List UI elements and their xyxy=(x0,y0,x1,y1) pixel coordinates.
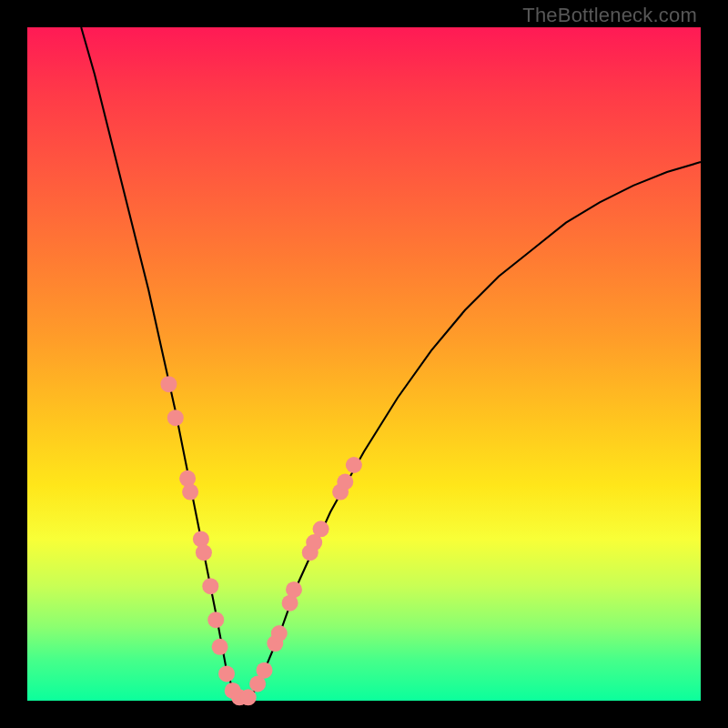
data-marker xyxy=(240,689,257,705)
data-marker xyxy=(202,578,218,594)
data-marker xyxy=(182,484,198,500)
data-marker xyxy=(218,665,235,682)
data-marker xyxy=(337,474,353,490)
watermark-text: TheBottleneck.com xyxy=(522,4,697,27)
data-marker xyxy=(160,376,177,392)
data-marker xyxy=(286,581,302,598)
data-marker xyxy=(207,612,224,628)
data-marker xyxy=(179,470,196,487)
data-marker xyxy=(193,531,209,547)
data-marker xyxy=(212,639,228,655)
data-marker xyxy=(167,410,184,426)
data-marker xyxy=(257,662,273,679)
data-marker xyxy=(346,457,362,473)
data-marker xyxy=(313,521,329,537)
outer-frame: TheBottleneck.com xyxy=(0,0,728,728)
data-markers xyxy=(160,376,362,705)
plot-area xyxy=(27,27,701,701)
data-marker xyxy=(196,544,212,561)
bottleneck-curve xyxy=(81,27,701,701)
data-marker xyxy=(271,625,288,642)
chart-svg xyxy=(27,27,701,701)
